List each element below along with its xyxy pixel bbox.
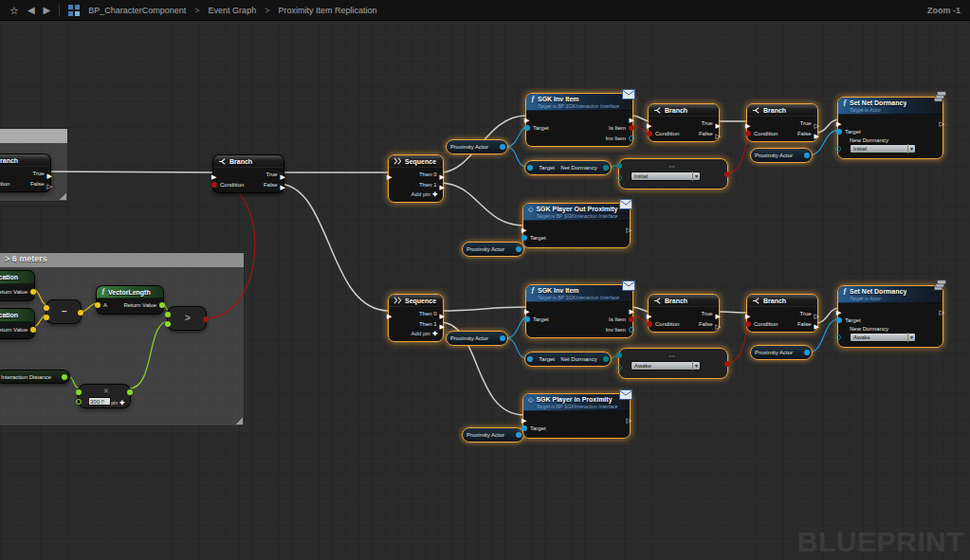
input-b-pin[interactable] (44, 315, 49, 320)
get-actor-location-node-1[interactable]: ƒ GetActorLocation Return Value (0, 270, 35, 301)
input-a-pin[interactable] (76, 389, 82, 395)
exec-in-pin[interactable] (522, 220, 526, 235)
greater-than-node[interactable]: > (167, 306, 207, 331)
output-pin[interactable] (804, 350, 810, 355)
condition-pin[interactable] (211, 182, 217, 188)
exec-out-pin[interactable] (940, 114, 944, 129)
add-pin-button[interactable]: Add pin ✚ (96, 398, 130, 407)
multiply-node[interactable]: ✕ 300.0 Add pin ✚ (78, 384, 131, 408)
get-net-dormancy-node-2[interactable]: Target Net Dormancy (524, 352, 612, 367)
set-net-dormancy-node-2[interactable]: ƒ Set Net Dormancy Target is Actor Targe… (837, 285, 943, 348)
exec-out-pin[interactable] (627, 410, 631, 425)
add-pin-button[interactable]: Add pin ✚ (389, 329, 443, 338)
branch-node-left[interactable]: Branch True Condition False (0, 154, 51, 192)
dormancy-dropdown[interactable]: Awake ▾ (631, 361, 701, 370)
condition-pin[interactable] (745, 321, 751, 327)
input-a-pin[interactable] (44, 305, 49, 311)
output-pin[interactable] (724, 172, 730, 177)
new-dormancy-pin[interactable] (835, 146, 841, 152)
input-b-pin[interactable] (165, 321, 171, 327)
output-pin[interactable] (724, 361, 730, 367)
target-pin[interactable] (522, 425, 527, 431)
sgk-inv-item-node-1[interactable]: ƒ SGK Inv Item Target is BP SGKInteracti… (525, 93, 633, 147)
output-pin[interactable] (203, 316, 209, 322)
target-pin[interactable] (524, 316, 530, 322)
dormancy-dropdown[interactable]: Initial ▾ (631, 172, 701, 181)
output-pin[interactable] (516, 246, 522, 252)
branch-node-r1b[interactable]: Branch True Condition False (746, 103, 818, 142)
add-pin-button[interactable]: Add pin ✚ (389, 190, 443, 199)
output-pin[interactable] (500, 144, 505, 150)
exec-in-pin[interactable] (745, 116, 750, 131)
target-pin[interactable] (524, 125, 530, 131)
exec-out-pin[interactable] (630, 301, 634, 316)
input-b-pin[interactable] (76, 399, 82, 405)
false-pin[interactable] (716, 316, 721, 332)
input-a-pin[interactable] (616, 352, 622, 358)
proximity-actor-variable[interactable]: Proximity Actor (462, 427, 524, 443)
exec-out-pin[interactable] (630, 110, 634, 125)
branch-node-r2b[interactable]: Branch True Condition False (746, 294, 818, 333)
graph-canvas[interactable]: BLUEPRINT > 6 meters (0, 21, 970, 560)
get-net-dormancy-node-1[interactable]: Target Net Dormancy (524, 160, 612, 175)
exec-out-pin[interactable] (627, 220, 631, 235)
is-item-pin[interactable] (629, 316, 634, 322)
condition-pin[interactable] (647, 131, 652, 136)
return-value-pin[interactable] (159, 302, 165, 308)
exec-in-pin[interactable] (647, 306, 651, 321)
proximity-actor-variable[interactable]: Proximity Actor (446, 331, 508, 346)
then-1-pin[interactable] (440, 177, 445, 192)
output-pin[interactable] (804, 153, 810, 158)
proximity-actor-variable[interactable]: Proximity Actor (750, 345, 813, 360)
exec-in-pin[interactable] (387, 306, 392, 321)
exec-in-pin[interactable] (745, 306, 750, 321)
exec-in-pin[interactable] (211, 167, 216, 182)
set-net-dormancy-node-1[interactable]: ƒ Set Net Dormancy Target is Actor Targe… (837, 97, 943, 159)
branch-node-main[interactable]: Branch True Condition False (212, 154, 284, 193)
back-button[interactable]: ◀ (27, 0, 35, 21)
output-pin[interactable] (516, 432, 522, 438)
false-pin[interactable] (281, 177, 285, 192)
false-pin[interactable] (716, 126, 721, 141)
target-pin[interactable] (522, 235, 527, 241)
exec-in-pin[interactable] (836, 114, 841, 129)
false-pin[interactable] (814, 316, 819, 332)
input-a-pin[interactable] (616, 163, 622, 169)
input-a-pin[interactable] (165, 312, 171, 317)
input-b-pin[interactable] (616, 365, 622, 370)
proximity-actor-variable[interactable]: Proximity Actor (462, 242, 524, 257)
output-pin[interactable] (78, 310, 83, 316)
false-pin[interactable] (47, 176, 52, 191)
input-a-pin[interactable] (95, 302, 101, 308)
false-pin[interactable] (814, 126, 819, 141)
exec-in-pin[interactable] (836, 302, 841, 317)
target-pin[interactable] (836, 317, 842, 323)
exec-in-pin[interactable] (524, 110, 529, 125)
exec-in-pin[interactable] (647, 116, 651, 131)
target-pin[interactable] (836, 129, 842, 135)
equals-node-1[interactable]: == Initial ▾ (618, 158, 728, 190)
proximity-actor-variable[interactable]: Proximity Actor (446, 139, 508, 154)
input-b-pin[interactable] (616, 175, 622, 181)
breadcrumb-item-proximity[interactable]: Proximity Item Replication (278, 6, 376, 15)
equals-node-2[interactable]: == Awake ▾ (618, 348, 728, 379)
net-dormancy-pin[interactable] (603, 165, 609, 171)
return-value-pin[interactable] (30, 289, 36, 295)
inv-item-pin[interactable] (629, 327, 634, 333)
target-pin[interactable] (527, 356, 533, 362)
dormancy-dropdown[interactable]: Awake ▾ (850, 333, 916, 342)
output-pin[interactable] (127, 389, 133, 395)
net-dormancy-pin[interactable] (603, 356, 609, 362)
subtract-node[interactable]: − (46, 299, 82, 324)
output-pin[interactable] (62, 374, 67, 380)
proximity-actor-variable[interactable]: Proximity Actor (750, 148, 813, 163)
exec-in-pin[interactable] (522, 410, 526, 425)
breadcrumb-item-blueprint[interactable]: BP_CharacterComponent (88, 6, 186, 15)
interaction-distance-variable[interactable]: Interaction Distance (0, 370, 70, 384)
return-value-pin[interactable] (30, 327, 36, 333)
target-pin[interactable] (527, 165, 533, 171)
new-dormancy-pin[interactable] (835, 334, 841, 340)
inv-item-pin[interactable] (629, 135, 634, 141)
exec-in-pin[interactable] (387, 167, 392, 182)
sgk-player-out-proximity-node[interactable]: ◇ SGK Player Out Proximity Target is BP … (522, 203, 631, 248)
